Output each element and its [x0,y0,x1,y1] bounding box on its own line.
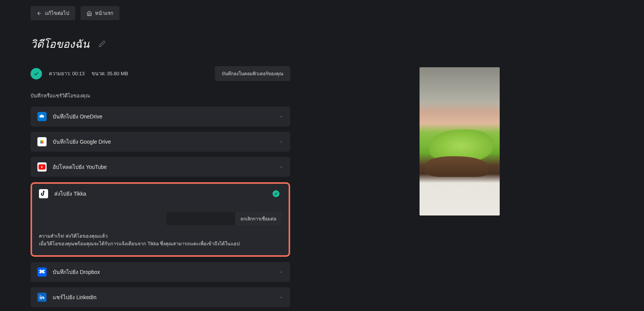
gdrive-label: บันทึกไปยัง Google Drive [53,138,273,146]
edit-next-button[interactable]: แก้ไขต่อไป [31,6,75,20]
edit-title-icon[interactable] [98,40,105,47]
chevron-down-icon [279,114,283,119]
linkedin-label: แชร์ไปยัง LinkedIn [53,293,273,301]
disconnect-button[interactable]: ยกเลิกการเชื่อมต่อ [235,212,282,225]
tiktok-label: ส่งไปยัง Tikka [54,190,266,198]
tiktok-success-message: ความสำเร็จ! ส่งวิดีโอของคุณแล้ว เมื่อวิด… [39,232,282,248]
home-label: หน้าแรก [95,9,113,17]
chevron-down-icon [279,165,283,169]
chevron-down-icon [279,270,283,274]
status-check-icon [31,68,42,79]
chevron-down-icon [279,139,283,144]
share-item-youtube[interactable]: อัปโหลดไปยัง YouTube [31,157,290,177]
share-item-onedrive[interactable]: บันทึกไปยัง OneDrive [31,107,290,126]
dropbox-label: บันทึกไปยัง Dropbox [53,268,273,276]
share-item-dropbox[interactable]: บันทึกไปยัง Dropbox [31,262,290,282]
size-meta: ขนาด: 35.80 MB [92,70,128,78]
onedrive-label: บันทึกไปยัง OneDrive [53,112,273,121]
share-section-label: บันทึกหรือแชร์วิดีโอของคุณ [31,92,290,100]
video-preview-thumbnail [420,67,500,215]
onedrive-icon [37,112,47,121]
edit-next-label: แก้ไขต่อไป [45,9,69,17]
page-title: วิดีโอของฉัน [31,36,89,52]
chevron-down-icon [279,295,283,300]
gdrive-icon [37,137,47,146]
share-item-tiktok: ส่งไปยัง Tikka ยกเลิกการเชื่อมต่อ ความสำ… [31,182,290,257]
dropbox-icon [37,267,47,277]
share-item-linkedin[interactable]: แชร์ไปยัง LinkedIn [31,287,290,307]
youtube-label: อัปโหลดไปยัง YouTube [53,163,273,171]
arrow-left-icon [37,11,42,16]
youtube-icon [37,162,47,172]
linkedin-icon [37,293,47,302]
save-to-computer-button[interactable]: บันทึกลงในคอมพิวเตอร์ของคุณ [215,66,290,81]
home-button[interactable]: หน้าแรก [81,6,119,20]
tiktok-icon [39,189,48,198]
tiktok-status-icon [273,190,279,197]
home-icon [87,11,92,16]
length-meta: ความยาว: 00:13 [49,70,85,78]
share-item-gdrive[interactable]: บันทึกไปยัง Google Drive [31,132,290,152]
